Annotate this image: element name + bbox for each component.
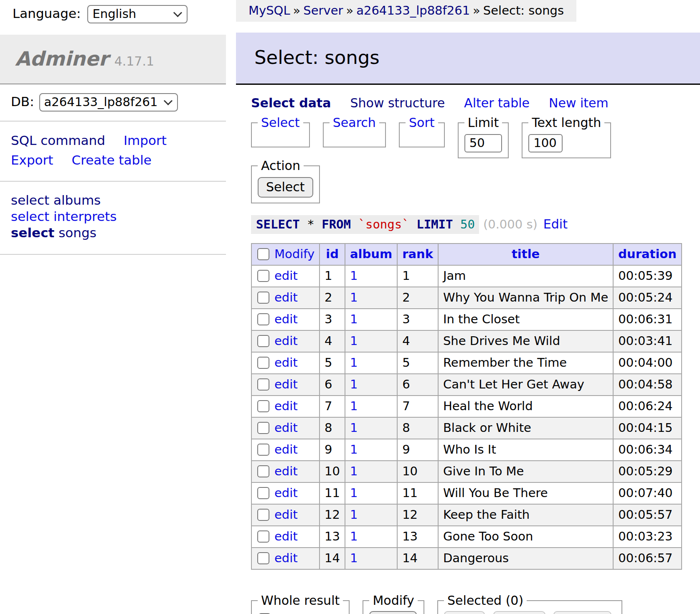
sort-fieldset-link[interactable]: Sort bbox=[409, 115, 435, 130]
select-all-checkbox[interactable] bbox=[257, 248, 269, 260]
selected-fieldset: Selected (0) Edit Clone Delete bbox=[437, 593, 622, 614]
language-select[interactable]: English bbox=[87, 5, 188, 23]
edit-link[interactable]: edit bbox=[274, 377, 298, 391]
sort-fieldset: Sort bbox=[399, 115, 445, 147]
albums-table-link[interactable]: albums bbox=[53, 193, 101, 208]
row-checkbox[interactable] bbox=[257, 357, 269, 369]
album-value-link[interactable]: 1 bbox=[350, 486, 358, 500]
tab-show-structure[interactable]: Show structure bbox=[350, 96, 445, 110]
breadcrumb-mysql-link[interactable]: MySQL bbox=[249, 3, 290, 18]
breadcrumb-server-link[interactable]: Server bbox=[303, 3, 343, 18]
duration-sort-link[interactable]: duration bbox=[618, 247, 677, 261]
edit-link[interactable]: edit bbox=[274, 421, 298, 435]
tab-alter-table[interactable]: Alter table bbox=[464, 96, 530, 110]
edit-link[interactable]: edit bbox=[274, 399, 298, 413]
row-checkbox[interactable] bbox=[257, 335, 269, 347]
songs-table-link[interactable]: songs bbox=[58, 225, 96, 240]
album-value-link[interactable]: 1 bbox=[350, 421, 358, 435]
cell-rank: 1 bbox=[397, 265, 438, 287]
modify-cell: edit bbox=[251, 504, 320, 526]
edit-link[interactable]: edit bbox=[274, 486, 298, 500]
row-checkbox[interactable] bbox=[257, 444, 269, 456]
cell-rank: 14 bbox=[397, 548, 438, 569]
title-sort-link[interactable]: title bbox=[512, 247, 540, 261]
limit-input[interactable] bbox=[464, 134, 502, 152]
query-timing: (0.000 s) bbox=[483, 217, 538, 231]
rank-sort-link[interactable]: rank bbox=[402, 247, 433, 261]
search-fieldset-link[interactable]: Search bbox=[333, 115, 376, 130]
action-legend: Action bbox=[258, 158, 304, 173]
select-interprets-link[interactable]: select bbox=[11, 209, 49, 224]
album-value-link[interactable]: 1 bbox=[350, 464, 358, 478]
sidebar-link-create-table[interactable]: Create table bbox=[71, 152, 151, 167]
row-checkbox[interactable] bbox=[257, 509, 269, 521]
album-value-link[interactable]: 1 bbox=[350, 312, 358, 326]
album-value-link[interactable]: 1 bbox=[350, 399, 358, 413]
row-checkbox[interactable] bbox=[257, 487, 269, 499]
select-submit-button[interactable]: Select bbox=[258, 177, 313, 198]
modify-header-link[interactable]: Modify bbox=[274, 247, 314, 261]
album-value-link[interactable]: 1 bbox=[350, 334, 358, 348]
cell-duration: 00:06:31 bbox=[613, 309, 682, 330]
album-value-link[interactable]: 1 bbox=[350, 269, 358, 283]
edit-link[interactable]: edit bbox=[274, 507, 298, 522]
edit-link[interactable]: edit bbox=[274, 529, 298, 543]
cell-rank: 9 bbox=[397, 439, 438, 461]
album-value-link[interactable]: 1 bbox=[350, 290, 358, 304]
id-sort-link[interactable]: id bbox=[326, 247, 339, 261]
sidebar-link-export[interactable]: Export bbox=[11, 152, 53, 167]
cell-album: 1 bbox=[345, 396, 397, 417]
album-value-link[interactable]: 1 bbox=[350, 529, 358, 543]
album-value-link[interactable]: 1 bbox=[350, 507, 358, 522]
edit-link[interactable]: edit bbox=[274, 269, 298, 283]
sidebar-link-import[interactable]: Import bbox=[124, 133, 167, 148]
table-row: edit 13 1 13 Gone Too Soon 00:03:23 bbox=[251, 526, 682, 548]
album-sort-link[interactable]: album bbox=[350, 247, 392, 261]
delete-selected-button[interactable]: Delete bbox=[553, 611, 611, 614]
row-checkbox[interactable] bbox=[257, 400, 269, 412]
sidebar: Language:English Adminer4.17.1 DB:a26413… bbox=[0, 0, 226, 255]
table-row: edit 12 1 12 Keep the Faith 00:05:57 bbox=[251, 504, 682, 526]
tab-new-item[interactable]: New item bbox=[549, 96, 609, 110]
select-albums-link[interactable]: select bbox=[11, 193, 49, 208]
clone-selected-button[interactable]: Clone bbox=[493, 611, 545, 614]
album-value-link[interactable]: 1 bbox=[350, 355, 358, 370]
breadcrumb-db-link[interactable]: a264133_lp88f261 bbox=[356, 3, 470, 18]
row-checkbox[interactable] bbox=[257, 378, 269, 391]
tab-select-data[interactable]: Select data bbox=[251, 96, 331, 110]
edit-selected-button[interactable]: Edit bbox=[444, 611, 485, 614]
edit-link[interactable]: edit bbox=[274, 464, 298, 478]
sidebar-table-songs: select songs bbox=[11, 225, 226, 240]
album-value-link[interactable]: 1 bbox=[350, 377, 358, 391]
cell-album: 1 bbox=[345, 504, 397, 526]
cell-rank: 12 bbox=[397, 504, 438, 526]
adminer-logo-link[interactable]: Adminer bbox=[15, 47, 109, 70]
row-checkbox[interactable] bbox=[257, 465, 269, 477]
edit-link[interactable]: edit bbox=[274, 442, 298, 457]
text-length-input[interactable] bbox=[528, 134, 563, 152]
select-songs-link[interactable]: select bbox=[11, 225, 54, 240]
row-checkbox[interactable] bbox=[257, 552, 269, 564]
edit-link[interactable]: edit bbox=[274, 355, 298, 370]
album-value-link[interactable]: 1 bbox=[350, 551, 358, 565]
cell-rank: 10 bbox=[397, 461, 438, 482]
cell-rank: 5 bbox=[397, 352, 438, 374]
album-value-link[interactable]: 1 bbox=[350, 442, 358, 457]
edit-link[interactable]: edit bbox=[274, 551, 298, 565]
edit-link[interactable]: edit bbox=[274, 334, 298, 348]
save-button[interactable]: Save bbox=[369, 611, 417, 614]
breadcrumb-current: Select: songs bbox=[483, 3, 564, 18]
db-select[interactable]: a264133_lp88f261 bbox=[39, 93, 178, 112]
select-fieldset-link[interactable]: Select bbox=[261, 115, 300, 130]
interprets-table-link[interactable]: interprets bbox=[53, 209, 117, 224]
row-checkbox[interactable] bbox=[257, 422, 269, 434]
edit-link[interactable]: edit bbox=[274, 290, 298, 304]
sidebar-link-sql-command[interactable]: SQL command bbox=[11, 133, 105, 148]
edit-link[interactable]: edit bbox=[274, 312, 298, 326]
row-checkbox[interactable] bbox=[257, 313, 269, 325]
row-checkbox[interactable] bbox=[257, 292, 269, 304]
row-checkbox[interactable] bbox=[257, 530, 269, 543]
query-edit-link[interactable]: Edit bbox=[543, 217, 568, 231]
row-checkbox[interactable] bbox=[257, 270, 269, 282]
cell-id: 6 bbox=[320, 374, 345, 396]
